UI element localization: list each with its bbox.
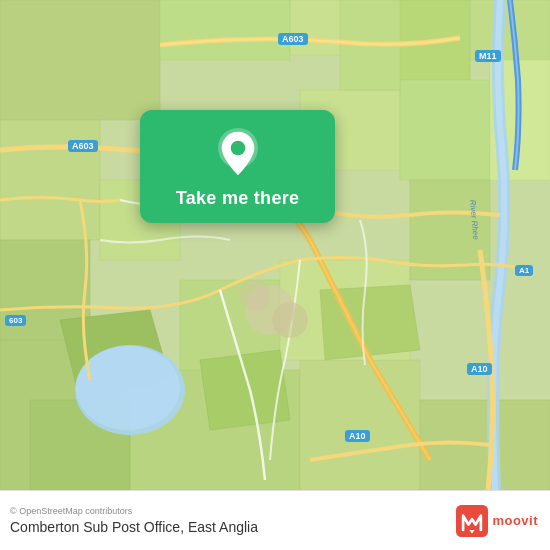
- road-badge-a10-bottom: A10: [345, 430, 370, 442]
- moovit-logo: moovit: [456, 505, 538, 537]
- svg-rect-4: [160, 0, 290, 60]
- road-badge-a603-top: A603: [278, 33, 308, 45]
- svg-rect-13: [400, 80, 490, 180]
- svg-point-25: [76, 346, 180, 430]
- svg-rect-10: [300, 360, 420, 490]
- location-pin-icon: [213, 128, 263, 178]
- svg-point-31: [230, 141, 245, 156]
- bottom-bar: © OpenStreetMap contributors Comberton S…: [0, 490, 550, 550]
- moovit-text: moovit: [492, 513, 538, 528]
- svg-marker-22: [200, 350, 290, 430]
- road-badge-a1: A1: [515, 265, 533, 276]
- take-me-label: Take me there: [176, 188, 300, 209]
- map-view: River Rhee A603 A603 603 M11 A10 A10 A1 …: [0, 0, 550, 490]
- road-badge-a603-mid: A603: [68, 140, 98, 152]
- road-badge-m11: M11: [475, 50, 501, 62]
- copyright-text: © OpenStreetMap contributors: [10, 506, 456, 516]
- svg-rect-1: [0, 0, 160, 120]
- svg-point-27: [272, 302, 308, 338]
- take-me-card[interactable]: Take me there: [140, 110, 335, 223]
- bottom-left: © OpenStreetMap contributors Comberton S…: [10, 506, 456, 535]
- road-badge-a10-right: A10: [467, 363, 492, 375]
- svg-point-28: [240, 280, 270, 310]
- road-badge-603-left: 603: [5, 315, 26, 326]
- location-name: Comberton Sub Post Office, East Anglia: [10, 519, 456, 535]
- moovit-logo-icon: [456, 505, 488, 537]
